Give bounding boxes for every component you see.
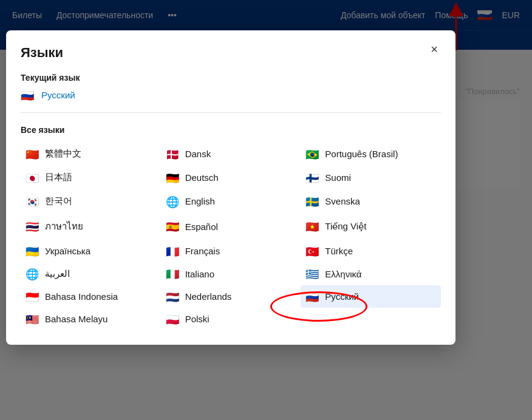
modal-overlay[interactable]: Языки × Текущий язык 🇷🇺 Русский Все язык…	[0, 0, 532, 420]
language-flag-icon: 🇮🇹	[166, 269, 180, 279]
section-divider	[21, 112, 441, 113]
language-label: Русский	[325, 291, 359, 302]
language-item[interactable]: 🇺🇦Українська	[21, 240, 161, 262]
language-flag-icon: 🇺🇦	[26, 246, 40, 256]
language-flag-icon: 🇮🇩	[26, 292, 40, 302]
language-item[interactable]: 🇳🇱Nederlands	[161, 285, 301, 308]
language-flag-icon: 🇹🇷	[305, 246, 320, 256]
language-label: Türkçe	[325, 246, 353, 256]
language-label: 한국어	[45, 195, 72, 207]
language-item[interactable]: 🇨🇳繁體中文	[21, 142, 161, 166]
language-flag-icon: 🇵🇱	[166, 314, 180, 324]
language-flag-icon: 🇯🇵	[26, 173, 40, 183]
language-label: Français	[185, 246, 220, 256]
language-item[interactable]: 🇹🇷Türkçe	[301, 240, 441, 262]
language-label: 繁體中文	[45, 148, 81, 160]
language-flag-icon: 🇩🇰	[166, 149, 180, 159]
language-item[interactable]: 🇻🇳Tiếng Việt	[301, 213, 441, 240]
language-label: Dansk	[185, 149, 211, 159]
language-label: العربية	[45, 268, 70, 279]
language-label: Italiano	[185, 269, 214, 279]
language-flag-icon: 🇧🇷	[305, 149, 320, 159]
current-lang-section-label: Текущий язык	[21, 73, 441, 83]
language-item[interactable]: 🇹🇭ภาษาไทย	[21, 213, 161, 240]
language-flag-icon: 🇷🇺	[305, 292, 320, 302]
language-flag-icon: 🇫🇷	[166, 246, 180, 256]
language-label: Bahasa Melayu	[45, 314, 107, 324]
language-modal: Языки × Текущий язык 🇷🇺 Русский Все язык…	[6, 30, 455, 345]
language-item[interactable]: 🇮🇹Italiano	[161, 262, 301, 285]
language-label: Deutsch	[185, 172, 219, 183]
modal-close-button[interactable]: ×	[425, 40, 443, 58]
language-flag-icon: 🇪🇸	[166, 222, 180, 231]
language-item[interactable]: 🇵🇱Polski	[161, 308, 301, 330]
language-item[interactable]: 🇧🇷Português (Brasil)	[301, 142, 441, 166]
modal-title: Языки	[21, 45, 441, 61]
language-label: Nederlands	[185, 291, 232, 302]
all-langs-section-label: Все языки	[21, 125, 441, 135]
language-item[interactable]: 🇩🇰Dansk	[161, 142, 301, 166]
language-flag-icon: 🇹🇭	[26, 222, 40, 231]
language-label: Polski	[185, 314, 210, 324]
language-item[interactable]: 🇩🇪Deutsch	[161, 166, 301, 189]
language-flag-icon: 🇬🇷	[305, 269, 320, 279]
language-label: English	[185, 196, 215, 206]
language-flag-icon: 🇫🇮	[305, 173, 320, 183]
language-label: Bahasa Indonesia	[45, 291, 118, 302]
language-label: Svenska	[325, 196, 360, 206]
language-flag-icon: 🌐	[26, 269, 40, 279]
language-label: Tiếng Việt	[325, 221, 366, 232]
language-item[interactable]: 🇬🇷Ελληνικά	[301, 262, 441, 285]
language-item[interactable]: 🇯🇵日本語	[21, 166, 161, 189]
language-item[interactable]: 🇸🇪Svenska	[301, 189, 441, 213]
languages-grid: 🇨🇳繁體中文🇩🇰Dansk🇧🇷Português (Brasil)🇯🇵日本語🇩🇪…	[21, 142, 441, 330]
language-label: Ελληνικά	[325, 269, 361, 279]
current-lang-name: Русский	[41, 90, 75, 100]
language-item[interactable]: 🇫🇮Suomi	[301, 166, 441, 189]
language-flag-icon: 🇩🇪	[166, 173, 180, 183]
language-flag-icon: 🇰🇷	[26, 197, 40, 206]
language-label: Українська	[45, 246, 90, 256]
language-item[interactable]: 🇲🇾Bahasa Melayu	[21, 308, 161, 330]
language-item[interactable]: 🌐English	[161, 189, 301, 213]
current-lang-flag: 🇷🇺	[21, 90, 35, 100]
language-item[interactable]: 🇰🇷한국어	[21, 189, 161, 213]
language-item[interactable]: 🇫🇷Français	[161, 240, 301, 262]
language-flag-icon: 🇸🇪	[305, 197, 320, 206]
language-item[interactable]: 🌐العربية	[21, 262, 161, 285]
language-flag-icon: 🇲🇾	[26, 314, 40, 324]
language-label: ภาษาไทย	[45, 219, 83, 234]
language-label: Español	[185, 222, 218, 232]
language-item[interactable]: 🇪🇸Español	[161, 213, 301, 240]
language-flag-icon: 🇳🇱	[166, 292, 180, 302]
language-item[interactable]: 🇷🇺Русский	[301, 285, 441, 308]
language-flag-icon: 🇨🇳	[26, 149, 40, 159]
language-item[interactable]: 🇮🇩Bahasa Indonesia	[21, 285, 161, 308]
language-label: Português (Brasil)	[325, 149, 398, 159]
language-flag-icon: 🌐	[166, 197, 180, 206]
language-flag-icon: 🇻🇳	[305, 222, 320, 231]
current-language-display: 🇷🇺 Русский	[21, 90, 441, 100]
language-label: Suomi	[325, 172, 351, 183]
language-label: 日本語	[45, 172, 72, 183]
